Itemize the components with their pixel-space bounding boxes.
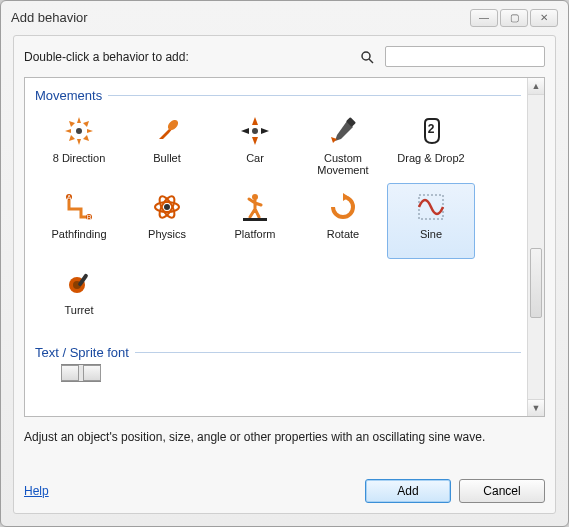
item-pathfinding[interactable]: A B Pathfinding bbox=[35, 183, 123, 259]
cancel-button[interactable]: Cancel bbox=[459, 479, 545, 503]
item-8-direction[interactable]: 8 Direction bbox=[35, 107, 123, 183]
divider bbox=[108, 95, 521, 96]
item-sine[interactable]: Sine bbox=[387, 183, 475, 259]
item-bullet[interactable]: Bullet bbox=[123, 107, 211, 183]
bullet-icon bbox=[150, 114, 184, 148]
category-header-text-sprite-font: Text / Sprite font bbox=[35, 345, 521, 360]
rotate-icon bbox=[326, 190, 360, 224]
category-header-movements: Movements bbox=[35, 88, 521, 103]
svg-marker-5 bbox=[87, 129, 93, 133]
car-icon bbox=[238, 114, 272, 148]
svg-text:B: B bbox=[87, 214, 92, 221]
physics-icon bbox=[150, 190, 184, 224]
item-drag-drop[interactable]: 2 Drag & Drop2 bbox=[387, 107, 475, 183]
eight-direction-icon bbox=[62, 114, 96, 148]
item-label: Drag & Drop2 bbox=[397, 152, 464, 164]
item-platform[interactable]: Platform bbox=[211, 183, 299, 259]
search-input[interactable] bbox=[385, 46, 545, 67]
svg-marker-15 bbox=[261, 128, 269, 134]
category-title: Text / Sprite font bbox=[35, 345, 129, 360]
svg-marker-8 bbox=[69, 135, 75, 141]
search-icon bbox=[359, 49, 375, 65]
svg-marker-14 bbox=[241, 128, 249, 134]
item-label: Turret bbox=[65, 304, 94, 316]
sine-icon bbox=[414, 190, 448, 224]
item-label: Custom Movement bbox=[300, 152, 386, 176]
svg-point-0 bbox=[362, 52, 370, 60]
drag-drop-icon: 2 bbox=[414, 114, 448, 148]
svg-marker-6 bbox=[69, 121, 75, 127]
scroll-down-icon[interactable]: ▼ bbox=[528, 399, 544, 416]
svg-marker-3 bbox=[77, 139, 81, 145]
svg-marker-7 bbox=[83, 121, 89, 127]
custom-movement-icon bbox=[326, 114, 360, 148]
category-title: Movements bbox=[35, 88, 102, 103]
svg-point-10 bbox=[76, 128, 82, 134]
svg-marker-13 bbox=[252, 137, 258, 145]
top-row: Double-click a behavior to add: bbox=[14, 36, 555, 73]
maximize-button[interactable]: ▢ bbox=[500, 9, 528, 27]
help-link[interactable]: Help bbox=[24, 484, 49, 498]
svg-text:2: 2 bbox=[428, 122, 435, 136]
item-label: Physics bbox=[148, 228, 186, 240]
svg-line-1 bbox=[369, 59, 373, 63]
svg-marker-12 bbox=[252, 117, 258, 125]
svg-text:A: A bbox=[67, 194, 72, 201]
item-label: Pathfinding bbox=[51, 228, 106, 240]
item-label: Platform bbox=[235, 228, 276, 240]
item-turret[interactable]: Turret bbox=[35, 259, 123, 335]
svg-point-27 bbox=[164, 204, 170, 210]
divider bbox=[135, 352, 521, 353]
item-label: 8 Direction bbox=[53, 152, 106, 164]
window-title: Add behavior bbox=[11, 10, 88, 25]
description-text: Adjust an object's position, size, angle… bbox=[24, 430, 545, 444]
add-button[interactable]: Add bbox=[365, 479, 451, 503]
behavior-list: Movements bbox=[25, 78, 527, 416]
dialog-window: Add behavior — ▢ ✕ Double-click a behavi… bbox=[0, 0, 569, 527]
item-physics[interactable]: Physics bbox=[123, 183, 211, 259]
minimize-button[interactable]: — bbox=[470, 9, 498, 27]
close-button[interactable]: ✕ bbox=[530, 9, 558, 27]
svg-marker-4 bbox=[65, 129, 71, 133]
item-label: Sine bbox=[420, 228, 442, 240]
item-label: Rotate bbox=[327, 228, 359, 240]
dialog-content: Double-click a behavior to add: Movement… bbox=[13, 35, 556, 514]
item-custom-movement[interactable]: Custom Movement bbox=[299, 107, 387, 183]
item-label: Car bbox=[246, 152, 264, 164]
behavior-list-panel: Movements bbox=[24, 77, 545, 417]
svg-rect-29 bbox=[243, 218, 267, 221]
titlebar: Add behavior — ▢ ✕ bbox=[1, 1, 568, 29]
category-grid-movements: 8 Direction Bullet bbox=[35, 107, 521, 335]
pathfinding-icon: A B bbox=[62, 190, 96, 224]
scroll-up-icon[interactable]: ▲ bbox=[528, 78, 544, 95]
scrollbar[interactable]: ▲ ▼ bbox=[527, 78, 544, 416]
platform-icon bbox=[238, 190, 272, 224]
scroll-thumb[interactable] bbox=[530, 248, 542, 318]
svg-marker-9 bbox=[83, 135, 89, 141]
item-rotate[interactable]: Rotate bbox=[299, 183, 387, 259]
footer: Help Add Cancel bbox=[24, 479, 545, 503]
svg-point-16 bbox=[252, 128, 258, 134]
item-car[interactable]: Car bbox=[211, 107, 299, 183]
svg-marker-2 bbox=[77, 117, 81, 123]
sprite-font-thumb[interactable] bbox=[61, 364, 101, 382]
instruction-label: Double-click a behavior to add: bbox=[24, 50, 189, 64]
turret-icon bbox=[62, 266, 96, 300]
item-label: Bullet bbox=[153, 152, 181, 164]
